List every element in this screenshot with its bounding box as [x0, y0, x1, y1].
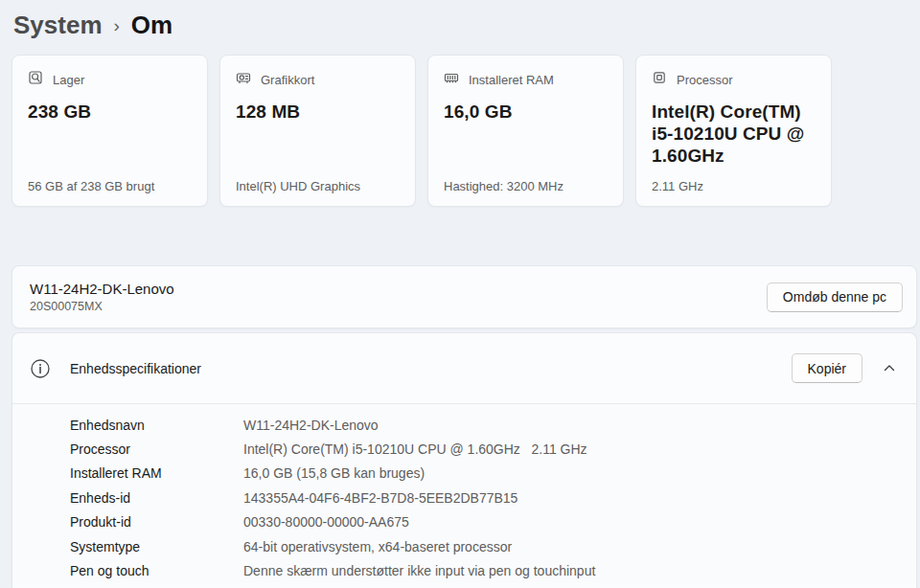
- page-title: Om: [131, 11, 172, 40]
- processor-icon: [652, 70, 667, 89]
- device-specifications-section: Enhedsspecifikationer Kopiér Enhedsnavn …: [12, 332, 917, 588]
- device-specifications-header[interactable]: Enhedsspecifikationer Kopiér: [12, 333, 916, 403]
- card-value: Intel(R) Core(TM) i5-10210U CPU @ 1.60GH…: [652, 102, 816, 167]
- spec-label: Processor: [70, 441, 243, 457]
- device-name-panel: W11-24H2-DK-Lenovo 20S00075MX Omdøb denn…: [12, 265, 917, 328]
- spec-label: Installeret RAM: [70, 465, 243, 481]
- spec-row-system-type: Systemtype 64-bit operativsystem, x64-ba…: [70, 534, 916, 558]
- spec-value: W11-24H2-DK-Lenovo: [243, 418, 379, 433]
- spec-row-product-id: Produkt-id 00330-80000-00000-AA675: [70, 510, 916, 534]
- section-title: Enhedsspecifikationer: [70, 361, 792, 376]
- spec-value: 143355A4-04F6-4BF2-B7D8-5EEB2DB77B15: [243, 490, 518, 506]
- spec-value: 64-bit operativsystem, x64-baseret proce…: [243, 539, 512, 554]
- card-value: 238 GB: [28, 102, 192, 124]
- spec-label: Produkt-id: [70, 514, 243, 530]
- device-identity: W11-24H2-DK-Lenovo 20S00075MX: [30, 281, 174, 313]
- spec-value: 16,0 GB (15,8 GB kan bruges): [243, 465, 425, 481]
- card-label: Processor: [677, 73, 733, 87]
- card-processor: Processor Intel(R) Core(TM) i5-10210U CP…: [635, 55, 832, 207]
- card-storage: Lager 238 GB 56 GB af 238 GB brugt: [12, 55, 208, 207]
- card-label: Lager: [53, 73, 84, 87]
- gpu-icon: [236, 70, 251, 89]
- storage-icon: [28, 70, 43, 89]
- spec-row-device-name: Enhedsnavn W11-24H2-DK-Lenovo: [70, 413, 916, 437]
- spec-value: 00330-80000-00000-AA675: [243, 514, 409, 530]
- card-graphics: Grafikkort 128 MB Intel(R) UHD Graphics: [219, 55, 416, 207]
- card-ram: Installeret RAM 16,0 GB Hastighed: 3200 …: [427, 55, 624, 207]
- spec-label: Pen og touch: [70, 563, 243, 578]
- info-cards-row: Lager 238 GB 56 GB af 238 GB brugt Grafi…: [12, 55, 920, 207]
- spec-row-pen-touch: Pen og touch Denne skærm understøtter ik…: [70, 558, 916, 582]
- breadcrumb: System › Om: [0, 0, 920, 42]
- spec-label: Systemtype: [70, 539, 243, 554]
- spec-value: Denne skærm understøtter ikke input via …: [243, 563, 595, 578]
- device-name: W11-24H2-DK-Lenovo: [30, 281, 174, 297]
- card-label: Installeret RAM: [469, 73, 554, 87]
- spec-row-device-id: Enheds-id 143355A4-04F6-4BF2-B7D8-5EEB2D…: [70, 486, 916, 509]
- chevron-up-icon[interactable]: [882, 361, 897, 376]
- device-model: 20S00075MX: [30, 300, 174, 313]
- card-detail: 56 GB af 238 GB brugt: [28, 179, 197, 193]
- ram-icon: [444, 70, 459, 89]
- card-detail: Intel(R) UHD Graphics: [236, 179, 405, 193]
- spec-table: Enhedsnavn W11-24H2-DK-Lenovo Processor …: [12, 404, 916, 583]
- card-value: 16,0 GB: [444, 102, 608, 124]
- breadcrumb-system[interactable]: System: [13, 11, 103, 40]
- chevron-right-icon: ›: [114, 15, 120, 36]
- card-detail: Hastighed: 3200 MHz: [444, 179, 613, 193]
- info-icon: [31, 359, 50, 378]
- copy-button[interactable]: Kopiér: [792, 353, 862, 383]
- spec-row-ram: Installeret RAM 16,0 GB (15,8 GB kan bru…: [70, 462, 916, 486]
- rename-pc-button[interactable]: Omdøb denne pc: [767, 283, 903, 312]
- card-label: Grafikkort: [261, 73, 314, 87]
- card-value: 128 MB: [236, 102, 400, 124]
- spec-row-processor: Processor Intel(R) Core(TM) i5-10210U CP…: [70, 437, 916, 461]
- spec-label: Enheds-id: [70, 490, 243, 506]
- spec-label: Enhedsnavn: [70, 418, 243, 433]
- card-detail: 2.11 GHz: [652, 179, 821, 193]
- spec-value: Intel(R) Core(TM) i5-10210U CPU @ 1.60GH…: [243, 441, 587, 457]
